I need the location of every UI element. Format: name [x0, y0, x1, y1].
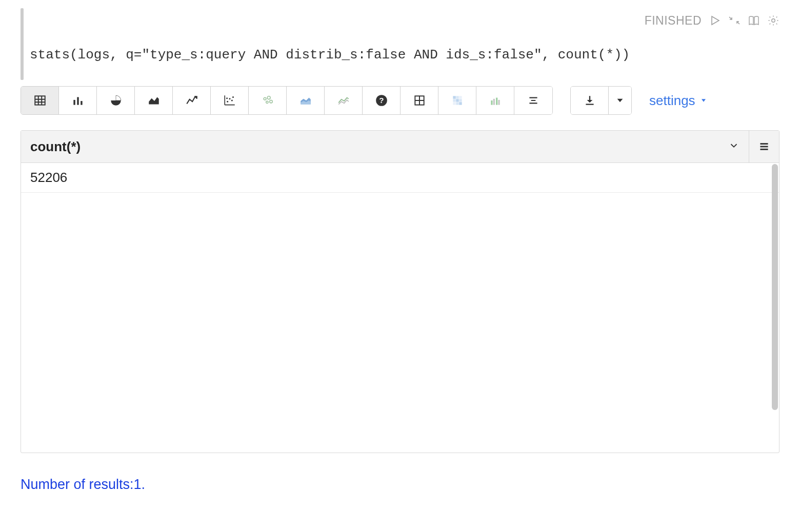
grid-button[interactable] [401, 87, 438, 114]
svg-point-15 [229, 98, 230, 99]
code-gutter [21, 8, 24, 80]
svg-rect-39 [496, 98, 497, 105]
heatmap-button[interactable] [438, 87, 476, 114]
table-menu-button[interactable] [749, 131, 779, 162]
line-chart-button[interactable] [173, 87, 211, 114]
cell-status-row: FINISHED [21, 10, 779, 31]
caret-down-icon [699, 96, 708, 105]
svg-point-14 [227, 101, 228, 103]
svg-rect-9 [73, 100, 75, 105]
svg-point-16 [231, 99, 232, 101]
svg-rect-29 [456, 96, 458, 98]
run-icon[interactable] [709, 14, 721, 27]
results-panel: count(*) 52206 [21, 130, 779, 453]
svg-rect-31 [453, 99, 455, 101]
svg-marker-0 [712, 16, 719, 25]
svg-text:?: ? [379, 96, 384, 105]
table-row[interactable]: 52206 [21, 163, 779, 193]
stacked-area-button[interactable] [287, 87, 325, 114]
code-line[interactable]: stats(logs, q="type_s:query AND distrib_… [30, 35, 630, 80]
bubble-chart-button[interactable] [249, 87, 287, 114]
table-view-button[interactable] [21, 87, 59, 114]
svg-rect-36 [459, 102, 462, 105]
svg-rect-33 [459, 99, 462, 101]
svg-point-19 [264, 97, 266, 100]
results-header: count(*) [21, 131, 779, 163]
results-body: 52206 [21, 163, 779, 453]
svg-point-20 [267, 96, 270, 99]
svg-rect-32 [456, 99, 458, 101]
svg-rect-37 [491, 100, 492, 105]
svg-point-18 [226, 97, 228, 99]
scatter-chart-button[interactable] [211, 87, 249, 114]
svg-rect-35 [456, 102, 458, 105]
column-header[interactable]: count(*) [21, 131, 749, 162]
svg-marker-47 [702, 99, 706, 101]
svg-rect-40 [498, 100, 499, 105]
vertical-scrollbar[interactable] [772, 164, 778, 410]
bar-chart-button[interactable] [59, 87, 97, 114]
download-group [570, 86, 632, 115]
collapse-icon[interactable] [728, 14, 741, 27]
status-label: FINISHED [645, 14, 702, 28]
svg-marker-46 [617, 99, 623, 103]
chevron-down-icon[interactable] [728, 139, 739, 155]
grouped-bar-button[interactable] [476, 87, 514, 114]
settings-link[interactable]: settings [649, 93, 708, 109]
svg-point-17 [232, 96, 233, 98]
cell-value: 52206 [30, 170, 67, 186]
svg-rect-11 [81, 101, 82, 105]
download-dropdown-button[interactable] [609, 87, 631, 114]
svg-rect-4 [35, 96, 45, 105]
notebook-cell: FINISHED stats(logs, q="type_s:query A [0, 0, 800, 532]
viz-buttons: ? [21, 86, 553, 115]
area-chart-button[interactable] [135, 87, 173, 114]
text-align-button[interactable] [514, 87, 552, 114]
code-block: stats(logs, q="type_s:query AND distrib_… [21, 35, 779, 80]
svg-rect-28 [453, 96, 455, 98]
multi-line-button[interactable] [325, 87, 363, 114]
gear-icon[interactable] [767, 14, 779, 27]
pie-chart-button[interactable] [97, 87, 135, 114]
svg-rect-30 [459, 96, 462, 98]
svg-point-22 [269, 100, 272, 103]
svg-rect-34 [453, 102, 455, 105]
result-count-note: Number of results:1. [21, 477, 779, 493]
viz-toolbar: ? settings [21, 86, 779, 115]
svg-point-3 [772, 19, 775, 22]
book-icon[interactable] [748, 14, 760, 27]
svg-point-21 [266, 101, 268, 103]
svg-rect-38 [493, 99, 494, 105]
svg-rect-10 [77, 97, 78, 105]
column-header-label: count(*) [30, 139, 81, 155]
help-button[interactable]: ? [363, 87, 401, 114]
settings-label: settings [649, 93, 695, 109]
download-button[interactable] [571, 87, 609, 114]
